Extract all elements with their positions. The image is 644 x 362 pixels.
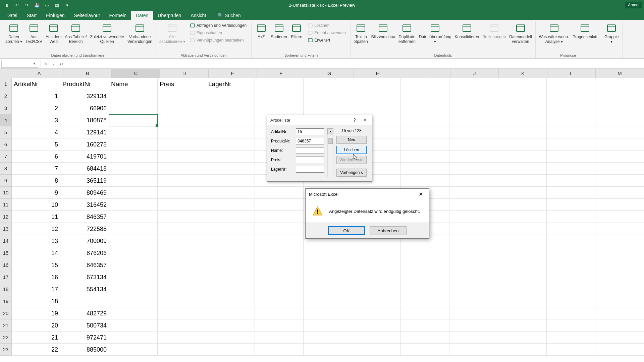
cell[interactable] [547, 307, 595, 319]
cell[interactable] [255, 247, 304, 259]
ribbon-button[interactable]: Prognoseblatt [571, 21, 599, 41]
cell[interactable] [595, 295, 644, 307]
cell[interactable] [109, 283, 158, 295]
row-header[interactable]: 16 [0, 259, 12, 271]
tab-file[interactable]: Datei [2, 11, 22, 20]
cell[interactable] [547, 78, 595, 90]
cell[interactable] [109, 295, 158, 307]
cell[interactable] [158, 138, 206, 150]
row-header[interactable]: 3 [0, 102, 12, 114]
cell[interactable]: 846357 [60, 211, 109, 223]
cell[interactable] [304, 283, 352, 295]
cell[interactable] [401, 331, 449, 344]
ribbon-button[interactable]: VorhandeneVerbindungen [126, 21, 154, 46]
cell[interactable] [255, 102, 304, 114]
cell[interactable]: 876206 [60, 247, 109, 259]
cell[interactable] [498, 344, 547, 356]
cell[interactable] [449, 102, 498, 114]
cell[interactable] [206, 175, 255, 187]
cell[interactable] [595, 126, 644, 138]
column-header[interactable]: D [160, 69, 209, 78]
cell[interactable] [595, 307, 644, 319]
cell[interactable] [401, 283, 449, 295]
cell[interactable] [206, 271, 255, 283]
cell[interactable]: 846357 [60, 259, 109, 271]
print-button[interactable]: ▦ [54, 2, 60, 8]
cell[interactable] [158, 307, 206, 319]
cell[interactable]: 329134 [60, 90, 109, 102]
cell[interactable]: 9 [12, 187, 60, 199]
ribbon-button[interactable]: Konsolidieren [453, 21, 481, 41]
row-header[interactable]: 19 [0, 295, 12, 307]
ribbon-small-button[interactable]: Eigenschaften [189, 29, 248, 36]
row-header[interactable]: 4 [0, 114, 12, 126]
cell[interactable] [449, 114, 498, 126]
cell[interactable]: ArtikelNr [12, 78, 60, 90]
cell[interactable] [109, 319, 158, 331]
cell[interactable] [158, 271, 206, 283]
cell[interactable] [595, 78, 644, 90]
cell[interactable] [304, 259, 352, 271]
column-header[interactable]: H [354, 69, 402, 78]
cell[interactable] [206, 138, 255, 150]
cell[interactable] [595, 90, 644, 102]
cell[interactable] [498, 235, 547, 247]
column-header[interactable]: L [547, 69, 596, 78]
cell[interactable]: 20 [12, 319, 60, 331]
column-header[interactable]: K [499, 69, 547, 78]
cell[interactable] [547, 283, 595, 295]
cell[interactable] [449, 187, 498, 199]
cell[interactable] [352, 259, 401, 271]
fx-icon[interactable]: fx [58, 61, 66, 66]
ribbon-small-button[interactable]: Abfragen und Verbindungen [189, 22, 248, 29]
cell[interactable] [109, 187, 158, 199]
cell[interactable] [206, 307, 255, 319]
column-header[interactable]: G [305, 69, 354, 78]
cell[interactable]: 684418 [60, 163, 109, 175]
autosave-toggle[interactable]: ◖ [3, 2, 10, 8]
cell[interactable] [547, 150, 595, 163]
qat-more-button[interactable]: ▾ [64, 2, 70, 8]
cell[interactable] [547, 90, 595, 102]
cell[interactable] [158, 344, 206, 356]
cell[interactable]: 7 [12, 163, 60, 175]
row-header[interactable]: 8 [0, 163, 12, 175]
cell[interactable] [158, 223, 206, 235]
cell[interactable]: 129141 [60, 126, 109, 138]
cell[interactable] [352, 283, 401, 295]
cell[interactable] [595, 344, 644, 356]
cell[interactable] [255, 344, 304, 356]
save-button[interactable]: 💾 [34, 2, 40, 8]
cell[interactable]: 365119 [60, 175, 109, 187]
cancel-button[interactable]: Abbrechen [370, 226, 407, 235]
tab-überprüfen[interactable]: Überprüfen [153, 11, 186, 20]
tab-einfügen[interactable]: Einfügen [41, 11, 69, 20]
cell[interactable] [352, 102, 401, 114]
signin-button[interactable]: Anmel [625, 2, 642, 8]
cell[interactable] [304, 102, 352, 114]
cell[interactable] [158, 211, 206, 223]
row-header[interactable]: 1 [0, 78, 12, 90]
cell[interactable] [158, 331, 206, 344]
cell[interactable] [109, 90, 158, 102]
cell[interactable] [498, 247, 547, 259]
cell[interactable] [595, 150, 644, 163]
ribbon-small-button[interactable]: Erneut anwenden [306, 29, 347, 36]
scroll-thumb[interactable] [328, 138, 333, 144]
cell[interactable]: 16 [12, 271, 60, 283]
cell[interactable] [109, 235, 158, 247]
cell[interactable]: 19 [12, 307, 60, 319]
cell[interactable] [498, 259, 547, 271]
cell[interactable] [109, 126, 158, 138]
help-button[interactable]: ? [351, 117, 358, 123]
cell[interactable] [401, 319, 449, 331]
dialog-titlebar[interactable]: Artikelliste ? ✕ [267, 115, 372, 125]
cell[interactable] [158, 259, 206, 271]
cell[interactable] [498, 283, 547, 295]
cell[interactable] [595, 235, 644, 247]
cell[interactable] [304, 90, 352, 102]
cell[interactable] [158, 199, 206, 211]
column-header[interactable]: J [450, 69, 499, 78]
cell[interactable] [595, 163, 644, 175]
cell[interactable] [401, 150, 449, 163]
